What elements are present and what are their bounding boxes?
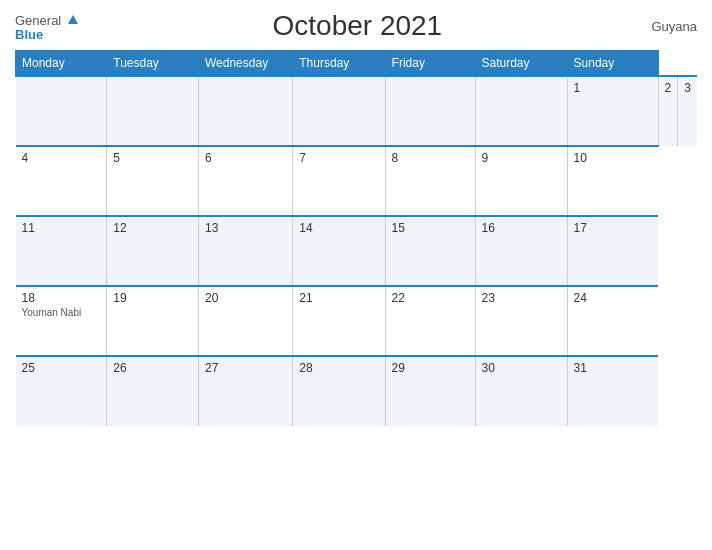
- calendar-day-empty: [16, 76, 107, 146]
- day-number: 29: [392, 361, 469, 375]
- logo-triangle-icon: [68, 15, 78, 24]
- calendar-day: 21: [293, 286, 385, 356]
- calendar-day: [293, 76, 385, 146]
- calendar-day: 17: [567, 216, 658, 286]
- calendar-day: 13: [198, 216, 292, 286]
- calendar-day: 3: [678, 76, 697, 146]
- calendar-day: 29: [385, 356, 475, 426]
- day-number: 30: [482, 361, 561, 375]
- weekday-header: Tuesday: [107, 51, 199, 77]
- day-number: 31: [574, 361, 653, 375]
- weekday-header: Thursday: [293, 51, 385, 77]
- day-number: 8: [392, 151, 469, 165]
- calendar-day: 10: [567, 146, 658, 216]
- day-number: 13: [205, 221, 286, 235]
- calendar-page: General Blue October 2021 Guyana MondayT…: [0, 0, 712, 550]
- day-number: 5: [113, 151, 192, 165]
- day-number: 3: [684, 81, 691, 95]
- calendar-day: 11: [16, 216, 107, 286]
- day-number: 24: [574, 291, 653, 305]
- weekday-header: Friday: [385, 51, 475, 77]
- day-event: Youman Nabi: [22, 307, 101, 318]
- day-number: 28: [299, 361, 378, 375]
- day-number: 15: [392, 221, 469, 235]
- day-number: 1: [574, 81, 652, 95]
- day-number: 4: [22, 151, 101, 165]
- calendar-day: 15: [385, 216, 475, 286]
- calendar-week-row: 123: [16, 76, 698, 146]
- day-number: 16: [482, 221, 561, 235]
- day-number: 17: [574, 221, 653, 235]
- calendar-day: 22: [385, 286, 475, 356]
- calendar-header-row: MondayTuesdayWednesdayThursdayFridaySatu…: [16, 51, 698, 77]
- calendar-day: 30: [475, 356, 567, 426]
- calendar-day: 24: [567, 286, 658, 356]
- calendar-day: 5: [107, 146, 199, 216]
- day-number: 10: [574, 151, 653, 165]
- calendar-header: General Blue October 2021 Guyana: [15, 10, 697, 42]
- calendar-day: 8: [385, 146, 475, 216]
- calendar-day: 25: [16, 356, 107, 426]
- day-number: 27: [205, 361, 286, 375]
- calendar-week-row: 45678910: [16, 146, 698, 216]
- logo: General Blue: [15, 12, 78, 41]
- calendar-day: 18Youman Nabi: [16, 286, 107, 356]
- day-number: 11: [22, 221, 101, 235]
- weekday-header: Sunday: [567, 51, 658, 77]
- calendar-day: 16: [475, 216, 567, 286]
- weekday-header: Wednesday: [198, 51, 292, 77]
- weekday-header: Saturday: [475, 51, 567, 77]
- day-number: 21: [299, 291, 378, 305]
- calendar-day: 12: [107, 216, 199, 286]
- calendar-day-empty: [107, 76, 199, 146]
- country-label: Guyana: [637, 19, 697, 34]
- day-number: 20: [205, 291, 286, 305]
- calendar-day: 31: [567, 356, 658, 426]
- calendar-day: 7: [293, 146, 385, 216]
- day-number: 22: [392, 291, 469, 305]
- calendar-day: 14: [293, 216, 385, 286]
- day-number: 19: [113, 291, 192, 305]
- day-number: 14: [299, 221, 378, 235]
- day-number: 12: [113, 221, 192, 235]
- calendar-week-row: 11121314151617: [16, 216, 698, 286]
- calendar-day: 4: [16, 146, 107, 216]
- calendar-week-row: 18Youman Nabi192021222324: [16, 286, 698, 356]
- day-number: 6: [205, 151, 286, 165]
- logo-general-text: General: [15, 12, 78, 28]
- day-number: 23: [482, 291, 561, 305]
- weekday-header: Monday: [16, 51, 107, 77]
- calendar-day: 2: [658, 76, 678, 146]
- day-number: 18: [22, 291, 101, 305]
- calendar-day: 9: [475, 146, 567, 216]
- logo-blue-text: Blue: [15, 28, 43, 41]
- calendar-week-row: 25262728293031: [16, 356, 698, 426]
- day-number: 7: [299, 151, 378, 165]
- day-number: 26: [113, 361, 192, 375]
- day-number: 2: [665, 81, 672, 95]
- calendar-day: 28: [293, 356, 385, 426]
- calendar-day: 27: [198, 356, 292, 426]
- calendar-table: MondayTuesdayWednesdayThursdayFridaySatu…: [15, 50, 697, 426]
- day-number: 25: [22, 361, 101, 375]
- calendar-day: [475, 76, 567, 146]
- day-number: 9: [482, 151, 561, 165]
- calendar-day: [385, 76, 475, 146]
- calendar-title: October 2021: [78, 10, 637, 42]
- calendar-day: 6: [198, 146, 292, 216]
- calendar-day: 23: [475, 286, 567, 356]
- calendar-day: 26: [107, 356, 199, 426]
- calendar-day: 1: [567, 76, 658, 146]
- calendar-day-empty: [198, 76, 292, 146]
- calendar-day: 20: [198, 286, 292, 356]
- calendar-day: 19: [107, 286, 199, 356]
